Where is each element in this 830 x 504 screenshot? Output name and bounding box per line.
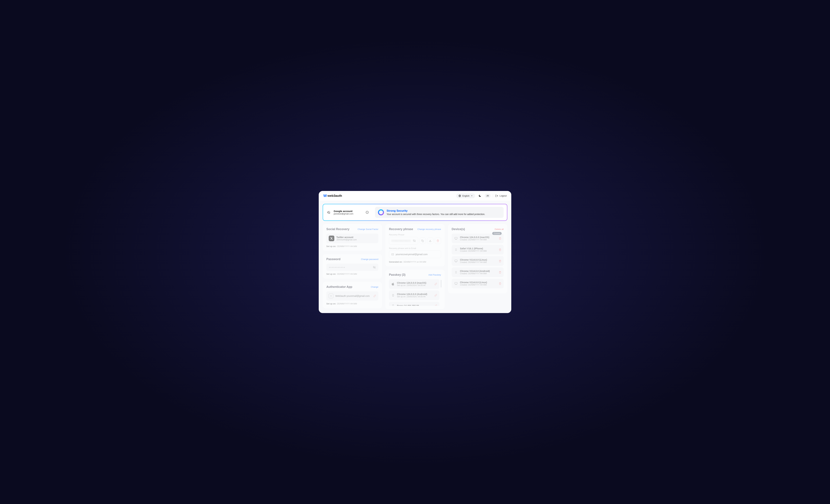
- add-passkey-link[interactable]: Add Passkey: [428, 274, 441, 276]
- brand-mark-icon: W: [323, 194, 326, 198]
- eye-off-icon: [413, 239, 416, 242]
- delete-all-link[interactable]: Delete all: [495, 228, 504, 230]
- change-social-link[interactable]: Change Social Factor: [357, 228, 378, 230]
- download-phrase-button[interactable]: [427, 238, 434, 244]
- google-icon: G: [326, 210, 331, 215]
- device-name: Chrome V114.0.0 (Linux): [460, 281, 487, 284]
- svg-rect-6: [392, 305, 394, 306]
- device-name: Chrome V114.0.0 (Android): [460, 270, 490, 272]
- password-mask: [329, 267, 345, 268]
- passkey-name: Rome 24.456.355.98: [397, 304, 419, 306]
- copy-phrase-button[interactable]: [419, 238, 426, 244]
- social-provider-row: Twitter account JDKmurthi@gmail.com: [326, 234, 378, 243]
- copy-icon: [421, 240, 424, 242]
- auth-unlink-button[interactable]: [373, 295, 376, 297]
- device-item: Chrome V114.0.0 (Linux)Created: DD/MM/YY…: [452, 256, 504, 266]
- passkey-item: Chrome 124.0.0.0 (macOS) Set up on: 23/0…: [389, 279, 439, 289]
- trash-icon: [437, 240, 439, 242]
- divider: [493, 194, 493, 198]
- recovery-gen-label: Generated on:: [389, 261, 403, 263]
- social-meta-value: DD/MM/YYYY HH:MM: [337, 245, 357, 247]
- social-recovery-card: Social Recovery Change Social Factor Twi…: [323, 224, 382, 251]
- account-info-button[interactable]: [366, 211, 369, 214]
- passkey-sub: Set up on: 23/05/2024, 04:55:44: [397, 296, 427, 298]
- desktop-icon: [454, 282, 458, 285]
- passkey-name: Chrome 124.0.0.0 (macOS): [397, 281, 426, 284]
- passkey-list: Chrome 124.0.0.0 (macOS) Set up on: 23/0…: [389, 279, 439, 306]
- change-password-link[interactable]: Change password: [361, 258, 379, 261]
- password-field: [326, 264, 378, 271]
- recovery-gen-value: DD/MM/YYYY on HH:MM: [404, 261, 426, 263]
- download-icon: [429, 240, 432, 242]
- column-right: Device(s) Delete all CurrentChrome 124.0…: [448, 224, 507, 309]
- passkey-unlink-button[interactable]: [435, 283, 437, 285]
- avatar-initials: JD: [486, 195, 489, 197]
- mail-icon: [391, 253, 394, 256]
- info-icon: [366, 211, 369, 214]
- phone-icon: [454, 248, 458, 251]
- current-badge: Current: [492, 232, 502, 235]
- column-middle: Recovery phrase Change recovery phrase R…: [385, 224, 445, 309]
- passkey-card: Passkey (3) Add Passkey Chrome 124.0.0.0…: [385, 270, 445, 309]
- devices-title: Device(s): [452, 228, 465, 231]
- topbar-right: English JD Logout: [456, 193, 507, 198]
- theme-toggle[interactable]: [477, 193, 482, 198]
- svg-rect-3: [422, 240, 424, 242]
- auth-title: Authenticator App: [326, 285, 352, 289]
- desktop-icon: [454, 237, 458, 240]
- device-delete-button[interactable]: [499, 260, 501, 262]
- account-type: Google account: [334, 210, 353, 212]
- phone-icon: [454, 271, 458, 274]
- passkey-item: Chrome 124.0.0.0 (Android) Set up on: 23…: [389, 291, 439, 300]
- phrase-visibility-toggle[interactable]: [413, 239, 416, 242]
- change-recovery-link[interactable]: Change recovery phrase: [417, 228, 441, 230]
- device-name: Chrome V114.0.0 (Linux): [460, 259, 487, 261]
- passkey-scrollbar[interactable]: [441, 280, 441, 288]
- password-meta-value: DD/MM/YYYY HH:MM: [337, 273, 357, 275]
- language-selector[interactable]: English: [456, 194, 475, 198]
- moon-icon: [478, 194, 481, 197]
- recovery-email-value: yourrecoveryemail@gmail.com: [395, 253, 427, 256]
- device-delete-button[interactable]: [499, 237, 501, 240]
- device-sub: Created: DD/MM/YYY HH:MM: [460, 239, 489, 241]
- device-item: CurrentChrome 124.0.0.0 (macOS)Created: …: [452, 234, 504, 243]
- device-item: Chrome V114.0.0 (Linux)Created: DD/MM/YY…: [452, 279, 504, 288]
- change-auth-link[interactable]: Change: [371, 286, 379, 288]
- delete-phrase-button[interactable]: [435, 238, 441, 244]
- recovery-phrase-card: Recovery phrase Change recovery phrase R…: [385, 224, 445, 266]
- user-avatar[interactable]: JD: [485, 194, 490, 198]
- passkey-name: Chrome 124.0.0.0 (Android): [397, 293, 427, 296]
- device-delete-button[interactable]: [499, 271, 501, 274]
- device-sub: Created: DD/MM/YYY HH:MM: [460, 284, 487, 286]
- device-delete-button[interactable]: [499, 248, 501, 251]
- column-left: Social Recovery Change Social Factor Twi…: [323, 224, 382, 309]
- security-banner: G Google account janedoe@gmail.com Stron…: [323, 204, 507, 221]
- phrase-hidden: XXXXXXXXXXXX: [391, 240, 411, 242]
- social-title: Social Recovery: [326, 228, 349, 231]
- device-sub: Created: DD/MM/YYY HH:MM: [460, 250, 487, 252]
- unlink-icon: [435, 304, 437, 306]
- password-title: Password: [326, 258, 341, 261]
- unlink-icon: [373, 295, 376, 297]
- password-card: Password Change password Set up on: DD: [323, 254, 382, 278]
- password-visibility-toggle[interactable]: [373, 266, 376, 269]
- recovery-title: Recovery phrase: [389, 228, 413, 231]
- eye-off-icon: [373, 266, 376, 269]
- phrase-field: XXXXXXXXXXXX: [389, 237, 418, 244]
- desktop-icon: [454, 260, 458, 263]
- device-item: Safari V16.1 (iPhone)Created: DD/MM/YYY …: [452, 245, 504, 255]
- passkey-item: Rome 24.456.355.98: [389, 302, 439, 306]
- svg-point-2: [331, 296, 331, 296]
- social-provider-name: Twitter account: [336, 236, 357, 239]
- device-item: Chrome V114.0.0 (Android)Created: DD/MM/…: [452, 267, 504, 277]
- security-ring-icon: [378, 209, 384, 215]
- device-delete-button[interactable]: [499, 282, 501, 285]
- logout-button[interactable]: Logout: [496, 195, 507, 197]
- logout-label: Logout: [500, 195, 507, 197]
- passkey-unlink-button[interactable]: [435, 304, 437, 306]
- passkey-unlink-button[interactable]: [435, 294, 437, 297]
- auth-app-icon: [329, 294, 333, 298]
- social-provider-email: JDKmurthi@gmail.com: [336, 239, 357, 241]
- phone-icon: [391, 294, 395, 297]
- devices-list: CurrentChrome 124.0.0.0 (macOS)Created: …: [452, 234, 504, 288]
